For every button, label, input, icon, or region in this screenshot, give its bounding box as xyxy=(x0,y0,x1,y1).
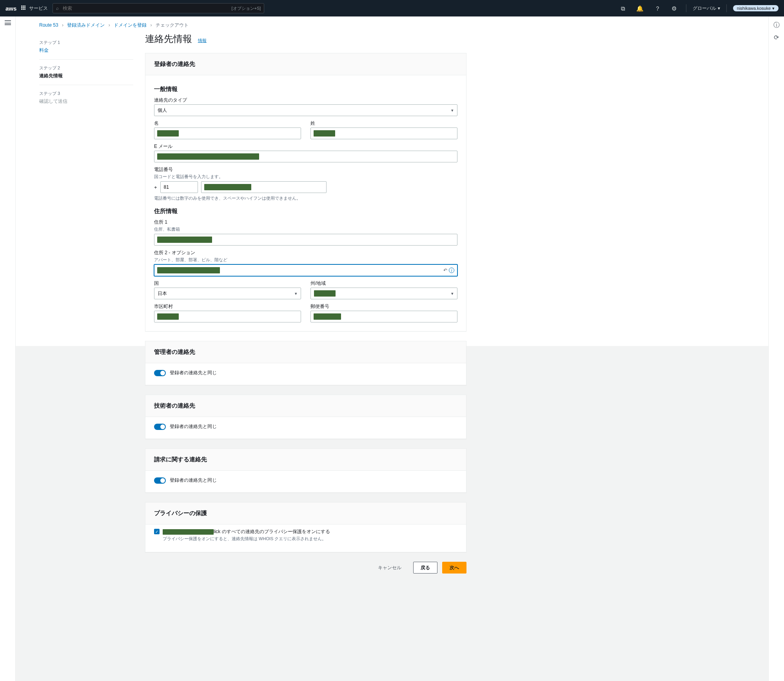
privacy-label: lick のすべての連絡先のプライバシー保護をオンにする xyxy=(163,528,330,535)
cancel-button[interactable]: キャンセル xyxy=(371,562,408,574)
billing-same-label: 登録者の連絡先と同じ xyxy=(170,477,217,484)
wizard-footer: キャンセル 戻る 次へ xyxy=(145,562,466,574)
billing-title: 請求に関する連絡先 xyxy=(145,449,466,471)
grid-icon xyxy=(21,5,27,11)
registrant-panel: 登録者の連絡先 一般情報 連絡先のタイプ 個人 名 xyxy=(145,53,466,331)
tech-panel: 技術者の連絡先 登録者の連絡先と同じ xyxy=(145,395,466,439)
state-select[interactable] xyxy=(310,288,457,299)
privacy-panel: プライバシーの保護 ✓ lick のすべての連絡先のプライバシー保護をオンにする… xyxy=(145,502,466,552)
top-nav: aws サービス ⌕ [オプション+S] ⧉ 🔔 ？ ⚙ グローバル ▾ nis… xyxy=(0,0,784,16)
step-3: ステップ 3 確認して送信 xyxy=(39,85,133,110)
contact-type-select[interactable]: 個人 xyxy=(154,104,457,116)
help-icon[interactable]: ？ xyxy=(655,5,661,11)
step-1[interactable]: ステップ 1 料金 xyxy=(39,34,133,60)
city-label: 市区町村 xyxy=(154,303,301,310)
breadcrumb-route53[interactable]: Route 53 xyxy=(39,22,58,28)
masked-value xyxy=(314,290,336,297)
info-icon[interactable]: i xyxy=(449,268,454,273)
privacy-title: プライバシーの保護 xyxy=(145,503,466,524)
search-box[interactable]: ⌕ [オプション+S] xyxy=(53,3,264,13)
right-rail: ⓘ ⟳ xyxy=(768,16,784,681)
privacy-help: プライバシー保護をオンにすると、連絡先情報は WHOIS クエリに表示されません… xyxy=(163,536,330,542)
masked-value xyxy=(163,529,214,535)
addr2-help: アパート、部屋、部署、ビル、階など xyxy=(154,257,457,263)
caret-down-icon: ▾ xyxy=(718,6,720,11)
admin-same-toggle[interactable] xyxy=(154,370,166,376)
phone-label: 電話番号 xyxy=(154,166,457,173)
search-icon: ⌕ xyxy=(56,6,59,11)
addr1-help: 住所、私書箱 xyxy=(154,226,457,232)
settings-icon[interactable]: ⚙ xyxy=(671,5,677,11)
region-selector[interactable]: グローバル ▾ xyxy=(693,5,720,12)
contact-type-label: 連絡先のタイプ xyxy=(154,97,457,104)
wizard-steps: ステップ 1 料金 ステップ 2 連絡先情報 ステップ 3 確認して送信 xyxy=(39,33,133,574)
registrant-title: 登録者の連絡先 xyxy=(145,53,466,75)
masked-value xyxy=(157,130,179,137)
caret-down-icon: ▾ xyxy=(772,6,775,11)
page-title: 連絡先情報 情報 xyxy=(145,33,466,45)
user-menu[interactable]: nishikawa.kosuke ▾ xyxy=(733,5,779,11)
country-label: 国 xyxy=(154,280,301,287)
first-name-label: 名 xyxy=(154,120,301,127)
masked-value xyxy=(204,184,251,190)
step-2: ステップ 2 連絡先情報 xyxy=(39,60,133,85)
masked-value xyxy=(157,313,179,320)
masked-value xyxy=(157,153,259,160)
country-select[interactable]: 日本 xyxy=(154,288,301,299)
phone-help: 国コードと電話番号を入力します。 xyxy=(154,174,457,180)
search-input[interactable] xyxy=(62,5,231,11)
info-link[interactable]: 情報 xyxy=(198,38,207,43)
masked-value xyxy=(314,130,335,137)
phone-cc-input[interactable] xyxy=(160,181,198,193)
phone-plus: + xyxy=(154,184,157,190)
admin-panel: 管理者の連絡先 登録者の連絡先と同じ xyxy=(145,341,466,385)
info-panel-icon[interactable]: ⓘ xyxy=(773,22,780,28)
section-general: 一般情報 xyxy=(154,86,457,93)
last-name-label: 姓 xyxy=(310,120,457,127)
aws-logo[interactable]: aws xyxy=(5,5,16,12)
billing-same-toggle[interactable] xyxy=(154,477,166,484)
breadcrumb-register[interactable]: ドメインを登録 xyxy=(114,22,147,28)
next-button[interactable]: 次へ xyxy=(442,562,466,574)
masked-value xyxy=(314,313,341,320)
tech-title: 技術者の連絡先 xyxy=(145,395,466,417)
state-label: 州/地域 xyxy=(310,280,457,287)
phone-rule: 電話番号には数字のみを使用でき、スペースやハイフンは使用できません。 xyxy=(154,195,457,201)
cloudshell-icon[interactable]: ⧉ xyxy=(621,5,625,11)
history-icon[interactable]: ⟳ xyxy=(774,35,779,41)
hamburger-icon[interactable] xyxy=(5,20,11,25)
masked-value xyxy=(157,237,212,243)
breadcrumb: Route 53 › 登録済みドメイン › ドメインを登録 › チェックアウト xyxy=(16,16,768,33)
services-label: サービス xyxy=(29,5,48,12)
zip-label: 郵便番号 xyxy=(310,303,457,310)
masked-value xyxy=(157,267,220,273)
admin-title: 管理者の連絡先 xyxy=(145,341,466,363)
admin-same-label: 登録者の連絡先と同じ xyxy=(170,370,217,376)
left-rail xyxy=(0,16,16,681)
search-kbd-hint: [オプション+S] xyxy=(231,5,261,11)
breadcrumb-current: チェックアウト xyxy=(156,22,189,28)
section-address: 住所情報 xyxy=(154,208,457,215)
email-label: E メール xyxy=(154,143,457,150)
billing-panel: 請求に関する連絡先 登録者の連絡先と同じ xyxy=(145,448,466,493)
tech-same-toggle[interactable] xyxy=(154,424,166,430)
back-button[interactable]: 戻る xyxy=(413,562,437,574)
tech-same-label: 登録者の連絡先と同じ xyxy=(170,423,217,430)
privacy-checkbox[interactable]: ✓ xyxy=(154,529,160,534)
breadcrumb-domains[interactable]: 登録済みドメイン xyxy=(67,22,105,28)
undo-icon[interactable]: ↶ xyxy=(443,268,447,273)
notifications-icon[interactable]: 🔔 xyxy=(636,5,644,11)
services-menu[interactable]: サービス xyxy=(21,5,48,12)
addr2-label: 住所 2 - オプション xyxy=(154,249,457,256)
addr1-label: 住所 1 xyxy=(154,219,457,226)
